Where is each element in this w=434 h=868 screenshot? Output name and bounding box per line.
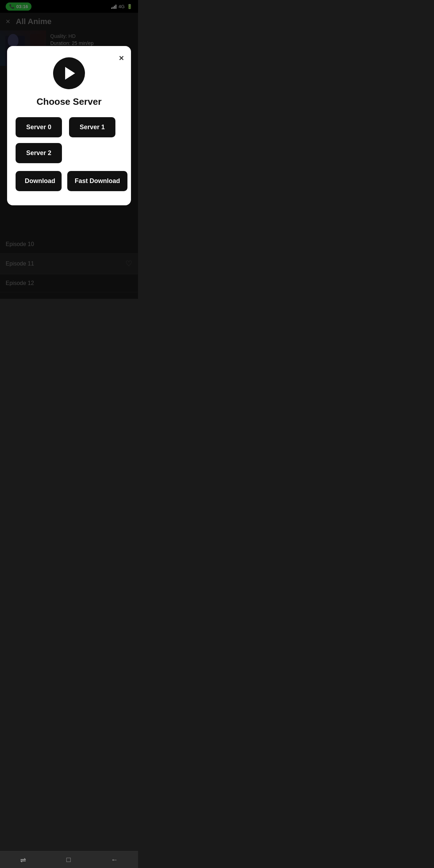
choose-server-modal: × Choose Server Server 0 Server 1 Server… xyxy=(7,46,131,205)
download-button[interactable]: Download xyxy=(16,171,62,191)
server-0-button[interactable]: Server 0 xyxy=(16,117,62,137)
server-grid: Server 0 Server 1 Server 2 Download Fast… xyxy=(16,117,122,191)
fast-download-button[interactable]: Fast Download xyxy=(67,171,127,191)
download-row: Download Fast Download xyxy=(16,171,122,191)
server-1-button[interactable]: Server 1 xyxy=(69,117,115,137)
server-row-2: Server 2 xyxy=(16,143,122,163)
server-2-button[interactable]: Server 2 xyxy=(16,143,62,163)
modal-title: Choose Server xyxy=(36,96,102,107)
modal-close-button[interactable]: × xyxy=(119,53,124,63)
play-icon-circle xyxy=(53,57,85,89)
server-row-1: Server 0 Server 1 xyxy=(16,117,122,137)
play-triangle-icon xyxy=(65,67,75,80)
